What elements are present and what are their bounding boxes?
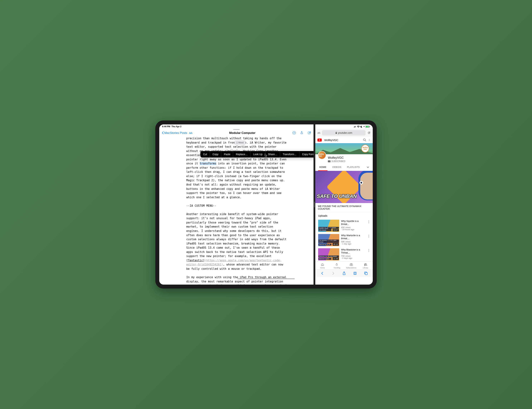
video-title: Why Squirtle is a threat... (341, 220, 366, 226)
compose-icon[interactable] (307, 131, 311, 135)
battery-icon (366, 126, 370, 128)
search-icon[interactable] (363, 138, 366, 142)
ipad-frame: 6:44 PM Thu Apr 2 MacStories Posts AA Mo… (155, 120, 377, 289)
video-menu-button[interactable] (368, 248, 370, 253)
subscribed-label: SUBSCRIBED (332, 160, 345, 163)
chevron-left-icon (162, 131, 164, 134)
video-item[interactable]: Blastoise's Sp. Atk rose sharply! Blasto… (315, 247, 373, 262)
tab-more[interactable] (364, 164, 372, 171)
video-item[interactable]: Squirtle's Sp. Atk rose sharply! Squirtl… (315, 219, 373, 233)
video-duration: 53:07 (333, 229, 339, 231)
link-text[interactable]: Textastic (188, 259, 203, 262)
location-icon (363, 126, 365, 127)
editor-text[interactable]: precision than multitouch without taking… (186, 136, 286, 285)
status-date: Thu Apr 2 (171, 125, 181, 128)
url-field[interactable]: youtube.com (322, 130, 366, 136)
video-title: Why Wartortle is a threat.... (341, 234, 366, 240)
play-icon[interactable] (292, 131, 296, 135)
video-age: 1 day ago (342, 243, 351, 245)
safari-text-size-button[interactable]: AA (317, 132, 320, 134)
svg-point-18 (369, 235, 369, 236)
video-age: 19 hours ago (342, 228, 354, 231)
safari-bookmarks-icon[interactable] (353, 271, 357, 275)
more-vert-icon[interactable] (368, 138, 370, 142)
reload-icon[interactable] (367, 131, 370, 134)
video-menu-button[interactable] (368, 234, 370, 239)
split-view-divider[interactable] (314, 124, 315, 285)
editor-body[interactable]: 1 Word Cut Copy Paste Replace… Look Up S… (159, 136, 314, 285)
subscribe-button[interactable]: SUBSCRIBED (328, 160, 370, 163)
home-icon (321, 263, 324, 266)
tab-playlists[interactable]: PLAYLISTS (344, 164, 362, 171)
more-vert-icon (369, 220, 369, 223)
tab-home[interactable]: HOME (316, 164, 329, 171)
more-vert-icon (369, 235, 369, 237)
featured-overlay-text: SAFE TO UNBAN (317, 193, 357, 199)
svg-point-12 (369, 139, 370, 139)
back-label: MacStories Posts (164, 131, 187, 135)
status-bar-right (315, 124, 373, 129)
context-menu-replace[interactable]: Replace… (233, 151, 250, 157)
channel-tabs: HOME VIDEOS PLAYLISTS (315, 164, 373, 171)
video-thumbnail: Blastoise's Sp. Atk rose sharply! Blasto… (318, 248, 339, 260)
svg-point-20 (369, 237, 369, 237)
safari-app: AA youtube.com WolfeyVGC Wolfey VGC (315, 124, 373, 285)
chevron-down-icon (367, 166, 369, 168)
flame-icon (335, 263, 339, 266)
status-time: 6:44 PM (162, 125, 170, 128)
thumb-tag: Wartortle had its HP (319, 244, 332, 245)
lock-icon (335, 132, 337, 134)
safari-address-bar: AA youtube.com (315, 129, 373, 137)
pointer-cursor-icon (265, 154, 267, 157)
safari-tabs-icon[interactable] (364, 271, 368, 275)
editor-toolbar: MacStories Posts AA Modular Computer (159, 130, 314, 136)
svg-point-11 (363, 139, 365, 141)
svg-point-22 (369, 250, 369, 251)
selected-text: transforms (200, 162, 216, 165)
status-time-date: 6:44 PM Thu Apr 2 (162, 125, 181, 128)
youtube-logo[interactable] (317, 138, 322, 142)
video-thumbnail: Squirtle's Sp. Atk rose sharply! Squirtl… (318, 220, 339, 232)
safari-share-icon[interactable] (342, 271, 346, 275)
safari-toolbar (315, 269, 373, 277)
safari-back-icon[interactable] (320, 271, 324, 275)
video-thumbnail: The opposing ミミッキュ grew drowsy! Wartortl… (318, 234, 339, 246)
featured-video-title[interactable]: WE FOUND THE ULTIMATE DYNAMAX COUNTER (315, 203, 373, 212)
svg-point-19 (369, 236, 369, 236)
channel-avatar[interactable]: Wolfey VGC (318, 151, 326, 159)
home-indicator[interactable] (238, 278, 295, 279)
nav-subscriptions[interactable]: Subscriptions (344, 263, 358, 269)
video-title: Why Blastoise is a Threat... (341, 248, 366, 254)
context-menu-transform[interactable]: Transform… (280, 151, 299, 157)
url-text: youtube.com (338, 131, 352, 134)
context-menu-cut[interactable]: Cut (200, 151, 210, 157)
svg-point-15 (369, 221, 369, 221)
tab-videos[interactable]: VIDEOS (329, 164, 344, 171)
context-menu-copy[interactable]: Copy (210, 151, 221, 157)
context-menu-lookup[interactable]: Look Up (250, 151, 265, 157)
text-size-button[interactable]: AA (189, 131, 192, 134)
ipad-screen: 6:44 PM Thu Apr 2 MacStories Posts AA Mo… (159, 124, 373, 285)
video-views: 75K views (341, 255, 350, 257)
share-icon[interactable] (300, 131, 304, 135)
svg-point-21 (369, 249, 369, 250)
back-button[interactable]: MacStories Posts (162, 131, 187, 135)
svg-point-14 (369, 140, 370, 141)
featured-video-thumb[interactable]: SAFE TO UNBAN (315, 171, 373, 203)
context-menu-copyformatted[interactable]: Copy Formatted (299, 151, 314, 157)
context-menu-paste[interactable]: Paste (221, 151, 233, 157)
video-menu-button[interactable] (368, 220, 370, 225)
youtube-bottom-nav: Home Trending Subscriptions Library (315, 262, 373, 269)
status-bar-left: 6:44 PM Thu Apr 2 (159, 124, 314, 129)
nav-trending[interactable]: Trending (330, 263, 344, 269)
context-menu: Cut Copy Paste Replace… Look Up Share… T… (200, 151, 314, 157)
uploads-label: Uploads (315, 214, 373, 219)
nav-library[interactable]: Library (358, 263, 373, 269)
editor-app: 6:44 PM Thu Apr 2 MacStories Posts AA Mo… (159, 124, 314, 285)
wifi-icon (357, 126, 360, 128)
video-item[interactable]: The opposing ミミッキュ grew drowsy! Wartortl… (315, 233, 373, 247)
svg-point-17 (369, 223, 369, 223)
context-menu-share[interactable]: Share… (265, 151, 280, 157)
thumb-tag: Squirtle's Speed rose sharply! (319, 228, 332, 231)
nav-home[interactable]: Home (315, 263, 330, 269)
